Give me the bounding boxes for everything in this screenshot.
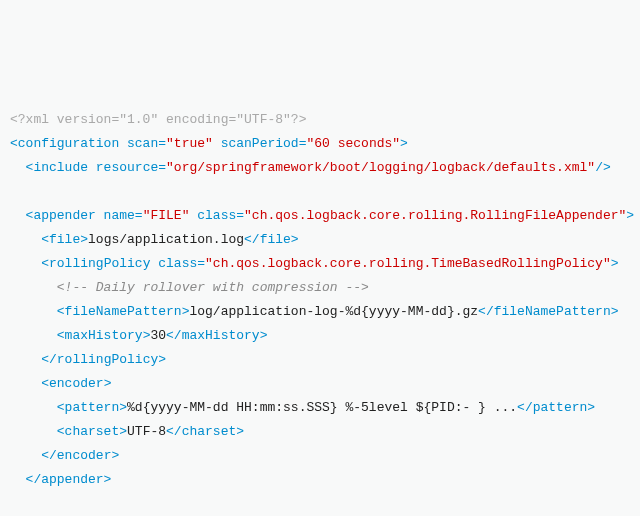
filenamepattern-element: <fileNamePattern>log/application-log-%d{… [57,304,619,319]
appender-close: </appender> [26,472,112,487]
encoder-open: <encoder> [41,376,111,391]
charset-element: <charset>UTF-8</charset> [57,424,244,439]
pattern-element: <pattern>%d{yyyy-MM-dd HH:mm:ss.SSS} %-5… [57,400,595,415]
file-element: <file>logs/application.log</file> [41,232,298,247]
rollingpolicy-open: <rollingPolicy class="ch.qos.logback.cor… [41,256,618,271]
include-element: <include resource="org/springframework/b… [26,160,611,175]
configuration-open: <configuration scan="true" scanPeriod="6… [10,136,408,151]
rollingpolicy-close: </rollingPolicy> [41,352,166,367]
comment: <!-- Daily rollover with compression --> [57,280,369,295]
code-block: <?xml version="1.0" encoding="UTF-8"?> <… [10,108,640,516]
maxhistory-element: <maxHistory>30</maxHistory> [57,328,268,343]
encoder-close: </encoder> [41,448,119,463]
xml-declaration: <?xml version="1.0" encoding="UTF-8"?> [10,112,306,127]
appender-open: <appender name="FILE" class="ch.qos.logb… [26,208,635,223]
